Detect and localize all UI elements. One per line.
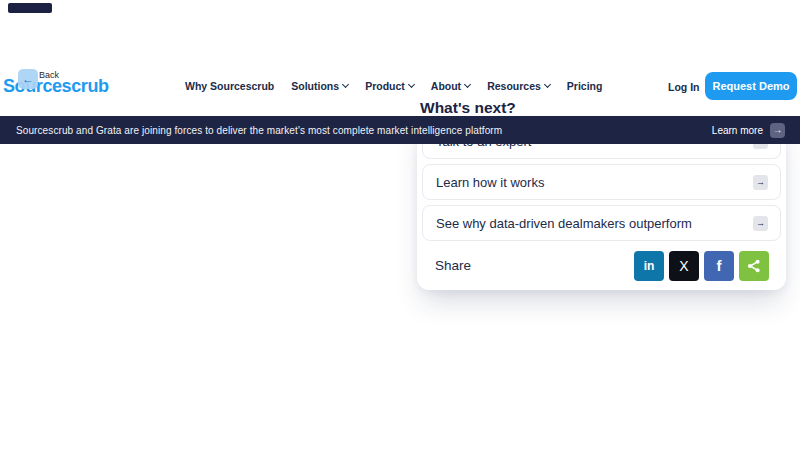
chevron-down-icon xyxy=(408,81,415,88)
login-link[interactable]: Log In xyxy=(668,81,700,93)
arrow-right-icon: → xyxy=(753,216,768,231)
link-row-learn-how-it-works[interactable]: Learn how it works → xyxy=(422,164,781,200)
learn-more-label: Learn more xyxy=(712,125,763,136)
link-row-dealmakers-outperform[interactable]: See why data-driven dealmakers outperfor… xyxy=(422,205,781,241)
main-nav: Why Sourcescrub Solutions Product About … xyxy=(185,80,602,92)
share-button[interactable] xyxy=(739,251,769,281)
share-label: Share xyxy=(435,258,634,273)
nav-item-product[interactable]: Product xyxy=(365,80,414,92)
chevron-down-icon xyxy=(464,81,471,88)
back-arrow-icon: ← xyxy=(22,73,34,85)
link-label: Learn how it works xyxy=(436,175,753,190)
whats-next-heading: What's next? xyxy=(420,99,516,117)
nav-label: Solutions xyxy=(291,80,339,92)
link-label: See why data-driven dealmakers outperfor… xyxy=(436,216,753,231)
share-icon xyxy=(746,258,762,274)
social-buttons: in X f xyxy=(634,251,769,281)
top-left-dark-bar xyxy=(8,3,52,13)
nav-item-why-sourcescrub[interactable]: Why Sourcescrub xyxy=(185,80,274,92)
x-icon: X xyxy=(679,258,688,274)
nav-item-resources[interactable]: Resources xyxy=(487,80,550,92)
nav-item-about[interactable]: About xyxy=(431,80,470,92)
announcement-text: Sourcescrub and Grata are joining forces… xyxy=(16,125,712,136)
nav-label: Pricing xyxy=(567,80,603,92)
x-share-button[interactable]: X xyxy=(669,251,699,281)
back-button-label: Back xyxy=(39,70,59,80)
linkedin-share-button[interactable]: in xyxy=(634,251,664,281)
learn-more-link[interactable]: Learn more → xyxy=(712,123,785,138)
nav-label: Resources xyxy=(487,80,541,92)
arrow-right-icon: → xyxy=(770,123,785,138)
nav-item-solutions[interactable]: Solutions xyxy=(291,80,348,92)
share-row: Share in X f xyxy=(422,246,781,285)
announcement-banner: Sourcescrub and Grata are joining forces… xyxy=(0,116,800,144)
linkedin-icon: in xyxy=(644,259,655,273)
facebook-icon: f xyxy=(717,257,722,274)
arrow-right-icon: → xyxy=(753,175,768,190)
chevron-down-icon xyxy=(342,81,349,88)
nav-label: Product xyxy=(365,80,405,92)
back-button[interactable]: ← xyxy=(18,69,38,89)
nav-label: Why Sourcescrub xyxy=(185,80,274,92)
request-demo-button[interactable]: Request Demo xyxy=(705,72,797,100)
facebook-share-button[interactable]: f xyxy=(704,251,734,281)
nav-label: About xyxy=(431,80,461,92)
nav-item-pricing[interactable]: Pricing xyxy=(567,80,603,92)
chevron-down-icon xyxy=(544,81,551,88)
